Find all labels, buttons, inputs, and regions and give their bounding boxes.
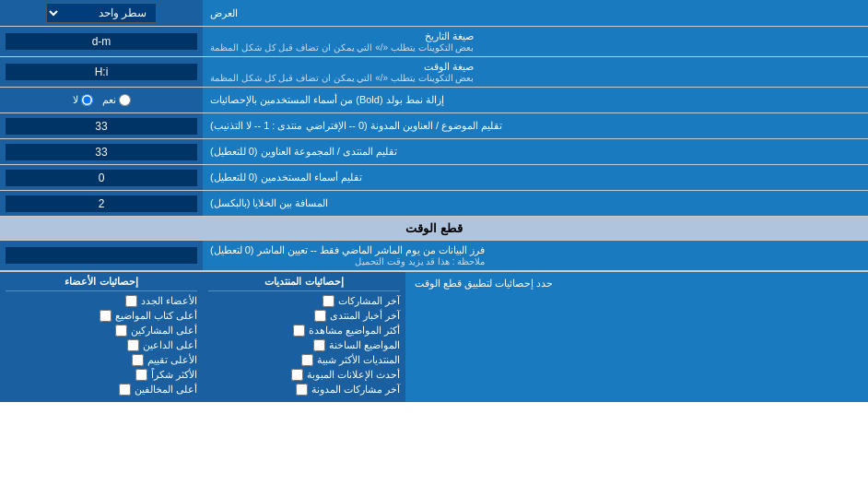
label-bold-remove: إزالة نمط بولد (Bold) من أسماء المستخدمي… (203, 88, 868, 112)
col2-header: إحصائيات الأعضاء (6, 276, 197, 291)
checkbox-label: أعلى المشاركين (131, 325, 197, 337)
checkbox-input[interactable] (293, 325, 305, 337)
row-cells-spacing: المسافة بين الخلايا (بالبكسل) (0, 191, 868, 217)
label-usernames-trim: تقليم أسماء المستخدمين (0 للتعطيل) (203, 165, 868, 190)
realtime-input-container: 0 (0, 241, 203, 270)
checkbox-item: أحدث الإعلانات المبوبة (208, 369, 400, 381)
checkbox-input[interactable] (135, 369, 147, 381)
label-time-format: صيغة الوقت بعض التكوينات يتطلب «/» التي … (203, 57, 868, 87)
checkbox-input[interactable] (291, 369, 303, 381)
checkbox-input[interactable] (313, 339, 325, 351)
display-row: العرض سطر واحد سطران ثلاثة أسطر (0, 0, 868, 27)
row-usernames-trim: تقليم أسماء المستخدمين (0 للتعطيل) (0, 165, 868, 191)
radio-container-bold-remove: نعم لا (0, 88, 203, 112)
row-time-format: صيغة الوقت بعض التكوينات يتطلب «/» التي … (0, 57, 868, 88)
radio-no-label: لا (73, 94, 93, 106)
checkbox-item: أعلى كتاب المواضيع (6, 310, 197, 322)
checkbox-input[interactable] (132, 354, 144, 366)
display-select-container: سطر واحد سطران ثلاثة أسطر (0, 0, 203, 26)
checkbox-item: الأعضاء الجدد (6, 295, 197, 307)
checkbox-label: أعلى كتاب المواضيع (115, 310, 197, 322)
row-forum-order: تقليم الموضوع / العناوين المدونة (0 -- ا… (0, 113, 868, 139)
label-date-format: صيغة التاريخ بعض التكوينات يتطلب «/» الت… (203, 27, 868, 56)
checkbox-input[interactable] (125, 295, 137, 307)
checkbox-item: آخر المشاركات (208, 295, 400, 307)
realtime-input[interactable]: 0 (6, 247, 197, 264)
checkbox-input[interactable] (301, 354, 313, 366)
input-container-cells-spacing (0, 191, 203, 216)
checkbox-item: أعلى المخالفين (6, 384, 197, 396)
input-container-time-format (0, 57, 203, 87)
limit-label: حدد إحصائيات لتطبيق قطع الوقت (405, 272, 868, 402)
forums-stats-column: إحصائيات المنتديات آخر المشاركات آخر أخب… (203, 272, 405, 402)
checkbox-label: الأعضاء الجدد (141, 295, 197, 307)
checkbox-input[interactable] (127, 339, 139, 351)
display-select[interactable]: سطر واحد سطران ثلاثة أسطر (46, 3, 157, 23)
checkbox-label: أعلى المخالفين (135, 384, 197, 396)
radio-no-bold-remove[interactable] (81, 94, 93, 106)
input-forum-order[interactable] (6, 118, 197, 135)
checkbox-item: أعلى الداعين (6, 339, 197, 351)
checkbox-label: المنتديات الأكثر شبية (317, 354, 400, 366)
input-cells-spacing[interactable] (6, 195, 197, 212)
checkbox-item: المنتديات الأكثر شبية (208, 354, 400, 366)
checkbox-input[interactable] (296, 384, 308, 396)
checkbox-input[interactable] (115, 325, 127, 337)
input-usernames-trim[interactable] (6, 170, 197, 186)
label-cells-spacing: المسافة بين الخلايا (بالبكسل) (203, 191, 868, 216)
radio-yes-label: نعم (102, 94, 131, 106)
members-stats-column: إحصائيات الأعضاء الأعضاء الجدد أعلى كتاب… (0, 272, 203, 402)
row-date-format: صيغة التاريخ بعض التكوينات يتطلب «/» الت… (0, 27, 868, 57)
checkbox-label: الأعلى تقييم (147, 354, 197, 366)
checkbox-item: آخر مشاركات المدونة (208, 384, 400, 396)
input-container-forum-group (0, 139, 203, 164)
checkbox-input[interactable] (314, 310, 326, 322)
realtime-section-header: قطع الوقت (0, 217, 868, 241)
checkbox-label: المواضيع الساخنة (329, 339, 400, 351)
checkbox-label: الأكثر شكراً (151, 369, 197, 381)
checkbox-label: آخر أخبار المنتدى (330, 310, 400, 322)
input-container-forum-order (0, 113, 203, 138)
checkbox-label: آخر مشاركات المدونة (311, 384, 400, 396)
checkbox-input[interactable] (119, 384, 131, 396)
input-container-usernames-trim (0, 165, 203, 190)
checkbox-input[interactable] (323, 295, 334, 307)
realtime-row: فرز البيانات من يوم الماشر الماضي فقط --… (0, 241, 868, 271)
row-bold-remove: إزالة نمط بولد (Bold) من أسماء المستخدمي… (0, 88, 868, 113)
checkbox-label: أكثر المواضيع مشاهدة (309, 325, 400, 337)
row-forum-group: تقليم المنتدى / المجموعة العناوين (0 للت… (0, 139, 868, 165)
label-forum-order: تقليم الموضوع / العناوين المدونة (0 -- ا… (203, 113, 868, 138)
col1-header: إحصائيات المنتديات (208, 276, 400, 291)
input-time-format[interactable] (6, 64, 197, 80)
checkbox-item: آخر أخبار المنتدى (208, 310, 400, 322)
checkbox-item: الأكثر شكراً (6, 369, 197, 381)
display-label: العرض (203, 0, 868, 26)
bottom-section: حدد إحصائيات لتطبيق قطع الوقت إحصائيات ا… (0, 271, 868, 402)
input-date-format[interactable] (6, 33, 197, 50)
checkbox-item: المواضيع الساخنة (208, 339, 400, 351)
checkbox-item: أعلى المشاركين (6, 325, 197, 337)
label-forum-group: تقليم المنتدى / المجموعة العناوين (0 للت… (203, 139, 868, 164)
realtime-label: فرز البيانات من يوم الماشر الماضي فقط --… (203, 241, 868, 270)
checkbox-item: الأعلى تقييم (6, 354, 197, 366)
checkbox-input[interactable] (100, 310, 111, 322)
input-forum-group[interactable] (6, 144, 197, 160)
radio-yes-bold-remove[interactable] (119, 94, 131, 106)
checkbox-item: أكثر المواضيع مشاهدة (208, 325, 400, 337)
input-container-date-format (0, 27, 203, 56)
checkbox-label: أحدث الإعلانات المبوبة (307, 369, 400, 381)
checkbox-label: أعلى الداعين (143, 339, 197, 351)
checkbox-label: آخر المشاركات (338, 295, 400, 307)
